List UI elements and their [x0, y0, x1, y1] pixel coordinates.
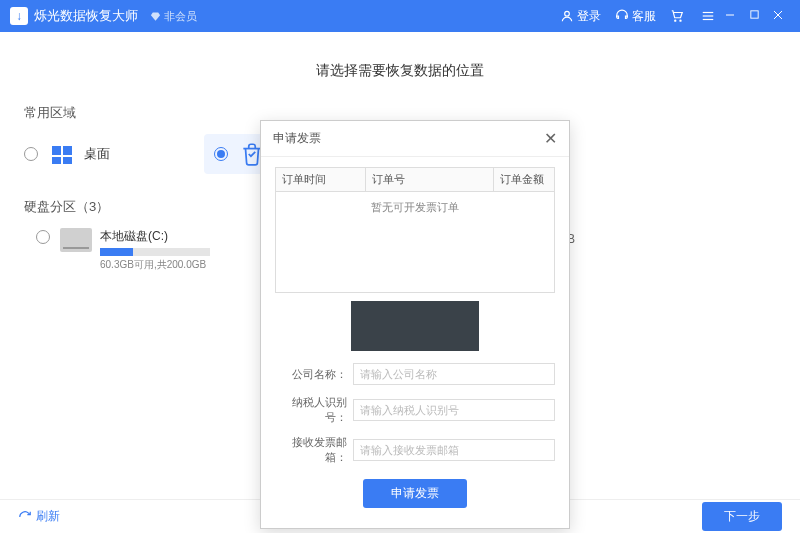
- email-input[interactable]: [353, 439, 555, 461]
- svg-rect-7: [750, 11, 757, 18]
- refresh-icon: [18, 510, 32, 524]
- maximize-button[interactable]: [742, 9, 766, 23]
- svg-rect-10: [52, 146, 61, 155]
- app-title: 烁光数据恢复大师: [34, 7, 138, 25]
- close-icon: [772, 9, 784, 21]
- invoice-modal: 申请发票 ✕ 订单时间 订单号 订单金额 暂无可开发票订单 公司名称： 纳税人识…: [260, 120, 570, 529]
- radio-icon: [24, 147, 38, 161]
- menu-icon: [701, 9, 715, 23]
- svg-point-2: [680, 20, 681, 21]
- desktop-label: 桌面: [84, 145, 110, 163]
- col-order-no: 订单号: [366, 168, 494, 191]
- email-label: 接收发票邮箱：: [275, 435, 347, 465]
- desktop-icon: [48, 140, 76, 168]
- company-input[interactable]: [353, 363, 555, 385]
- app-logo-icon: ↓: [10, 7, 28, 25]
- cart-button[interactable]: [670, 9, 687, 23]
- user-icon: [560, 9, 574, 23]
- disk-name: 本地磁盘(C:): [100, 228, 210, 245]
- area-desktop[interactable]: 桌面: [24, 134, 204, 174]
- order-table: 订单时间 订单号 订单金额 暂无可开发票订单: [275, 167, 555, 293]
- col-order-amount: 订单金额: [494, 168, 554, 191]
- maximize-icon: [749, 9, 760, 20]
- refresh-button[interactable]: 刷新: [18, 508, 60, 525]
- page-heading: 请选择需要恢复数据的位置: [24, 62, 776, 80]
- next-button[interactable]: 下一步: [702, 502, 782, 531]
- login-button[interactable]: 登录: [560, 8, 601, 25]
- hard-drive-icon: [60, 228, 92, 252]
- minimize-button[interactable]: [718, 9, 742, 24]
- svg-point-1: [675, 20, 676, 21]
- headset-icon: [615, 9, 629, 23]
- cart-icon: [670, 9, 684, 23]
- member-badge: 非会员: [150, 9, 197, 24]
- radio-icon: [36, 230, 50, 244]
- tax-label: 纳税人识别号：: [275, 395, 347, 425]
- menu-button[interactable]: [701, 9, 718, 23]
- radio-icon: [214, 147, 228, 161]
- diamond-icon: [150, 11, 161, 22]
- close-window-button[interactable]: [766, 9, 790, 24]
- tax-input[interactable]: [353, 399, 555, 421]
- titlebar: ↓ 烁光数据恢复大师 非会员 登录 客服: [0, 0, 800, 32]
- col-order-time: 订单时间: [276, 168, 366, 191]
- support-button[interactable]: 客服: [615, 8, 656, 25]
- disk-usage-bar: [100, 248, 210, 256]
- minimize-icon: [724, 9, 736, 21]
- svg-rect-13: [63, 157, 72, 164]
- disk-size-text: 60.3GB可用,共200.0GB: [100, 258, 210, 272]
- svg-rect-11: [63, 146, 72, 155]
- image-placeholder: [351, 301, 479, 351]
- order-empty-text: 暂无可开发票订单: [276, 192, 554, 292]
- modal-title: 申请发票: [273, 130, 544, 147]
- submit-invoice-button[interactable]: 申请发票: [363, 479, 467, 508]
- svg-point-0: [565, 11, 570, 16]
- modal-close-button[interactable]: ✕: [544, 129, 557, 148]
- svg-rect-12: [52, 157, 61, 164]
- company-label: 公司名称：: [275, 367, 347, 382]
